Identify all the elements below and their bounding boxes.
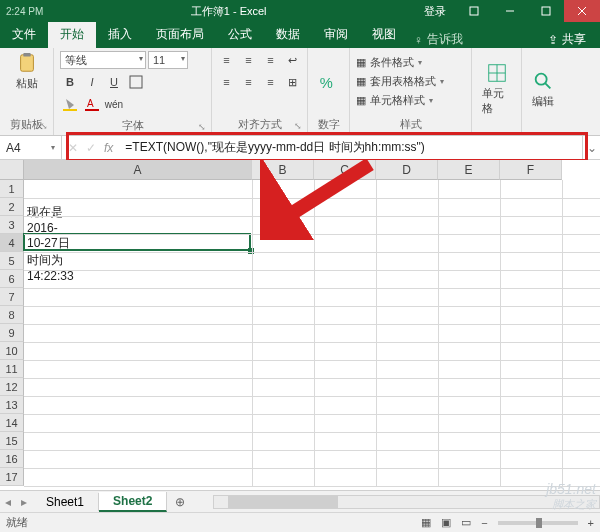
maximize-icon[interactable] bbox=[528, 0, 564, 22]
formula-input[interactable]: =TEXT(NOW(),"现在是yyyy-mm-dd日 时间为hh:mm:ss"… bbox=[119, 136, 582, 159]
wrap-text-button[interactable]: ↩ bbox=[283, 50, 303, 70]
select-all-corner[interactable] bbox=[0, 160, 24, 180]
column-header[interactable]: D bbox=[376, 160, 438, 180]
scrollbar-thumb[interactable] bbox=[228, 496, 338, 508]
tab-view[interactable]: 视图 bbox=[360, 22, 408, 48]
row-header[interactable]: 8 bbox=[0, 306, 24, 324]
row-header[interactable]: 1 bbox=[0, 180, 24, 198]
row-header[interactable]: 16 bbox=[0, 450, 24, 468]
row-header[interactable]: 17 bbox=[0, 468, 24, 486]
row-header[interactable]: 4 bbox=[0, 234, 24, 252]
row-header[interactable]: 3 bbox=[0, 216, 24, 234]
share-button[interactable]: ⇪ 共享 bbox=[534, 31, 600, 48]
chevron-down-icon: ▾ bbox=[139, 54, 143, 63]
tab-home[interactable]: 开始 bbox=[48, 22, 96, 48]
spreadsheet-grid[interactable]: ABCDEF 1234567891011121314151617 现在是2016… bbox=[0, 160, 600, 490]
cell-styles-label: 单元格样式 bbox=[370, 93, 425, 108]
column-header[interactable]: F bbox=[500, 160, 562, 180]
font-size-dropdown[interactable]: 11▾ bbox=[148, 51, 188, 69]
row-header[interactable]: 6 bbox=[0, 270, 24, 288]
expand-formula-bar-icon[interactable]: ⌄ bbox=[582, 136, 600, 159]
table-format-button[interactable]: ▦套用表格格式▾ bbox=[356, 73, 444, 91]
merge-button[interactable]: ⊞ bbox=[283, 72, 303, 92]
font-name-dropdown[interactable]: 等线▾ bbox=[60, 51, 146, 69]
tab-review[interactable]: 审阅 bbox=[312, 22, 360, 48]
accept-formula-icon[interactable]: ✓ bbox=[86, 141, 96, 155]
tab-file[interactable]: 文件 bbox=[0, 22, 48, 48]
horizontal-scrollbar[interactable] bbox=[213, 495, 600, 509]
ribbon-options-icon[interactable] bbox=[456, 0, 492, 22]
row-header[interactable]: 10 bbox=[0, 342, 24, 360]
row-header[interactable]: 5 bbox=[0, 252, 24, 270]
dialog-launcher-icon[interactable]: ⤡ bbox=[292, 121, 304, 133]
dialog-launcher-icon[interactable]: ⤡ bbox=[38, 121, 50, 133]
row-header[interactable]: 9 bbox=[0, 324, 24, 342]
align-center-button[interactable]: ≡ bbox=[239, 72, 259, 92]
zoom-slider[interactable] bbox=[498, 521, 578, 525]
column-header[interactable]: A bbox=[24, 160, 252, 180]
underline-button[interactable]: U bbox=[104, 72, 124, 92]
fill-handle[interactable] bbox=[248, 248, 254, 254]
row-header[interactable]: 7 bbox=[0, 288, 24, 306]
paste-button[interactable]: 粘贴 bbox=[12, 50, 42, 93]
row-header[interactable]: 15 bbox=[0, 432, 24, 450]
view-layout-icon[interactable]: ▣ bbox=[441, 516, 451, 529]
italic-button[interactable]: I bbox=[82, 72, 102, 92]
formula-text: =TEXT(NOW(),"现在是yyyy-mm-dd日 时间为hh:mm:ss"… bbox=[125, 139, 425, 156]
name-box[interactable]: A4 ▾ bbox=[0, 136, 62, 159]
sheet-tab-bar: ◂ ▸ Sheet1 Sheet2 ⊕ bbox=[0, 490, 600, 512]
row-header[interactable]: 2 bbox=[0, 198, 24, 216]
group-align-label: 对齐方式 bbox=[238, 118, 282, 130]
tab-formulas[interactable]: 公式 bbox=[216, 22, 264, 48]
view-normal-icon[interactable]: ▦ bbox=[421, 516, 431, 529]
cells-button[interactable]: 单元格 bbox=[478, 60, 515, 118]
editing-label: 编辑 bbox=[532, 94, 554, 109]
font-color-button[interactable]: A bbox=[82, 94, 102, 114]
status-bar: 就绪 ▦ ▣ ▭ − + bbox=[0, 512, 600, 532]
font-size-value: 11 bbox=[153, 54, 165, 66]
row-header[interactable]: 13 bbox=[0, 396, 24, 414]
sheet-tab[interactable]: Sheet2 bbox=[99, 492, 167, 512]
column-header[interactable]: C bbox=[314, 160, 376, 180]
number-format-button[interactable]: % bbox=[314, 69, 344, 95]
align-bottom-button[interactable]: ≡ bbox=[261, 50, 281, 70]
sheet-tab[interactable]: Sheet1 bbox=[32, 493, 99, 511]
zoom-in-icon[interactable]: + bbox=[588, 517, 594, 529]
border-button[interactable] bbox=[126, 72, 146, 92]
cancel-formula-icon[interactable]: ✕ bbox=[68, 141, 78, 155]
tab-insert[interactable]: 插入 bbox=[96, 22, 144, 48]
view-pagebreak-icon[interactable]: ▭ bbox=[461, 516, 471, 529]
sheet-nav-next-icon[interactable]: ▸ bbox=[16, 495, 32, 509]
fx-icon[interactable]: fx bbox=[104, 141, 113, 155]
svg-text:%: % bbox=[320, 74, 333, 90]
zoom-knob[interactable] bbox=[536, 518, 542, 528]
lightbulb-icon: ♀ bbox=[414, 33, 423, 47]
formula-bar: A4 ▾ ✕ ✓ fx =TEXT(NOW(),"现在是yyyy-mm-dd日 … bbox=[0, 136, 600, 160]
column-header[interactable]: B bbox=[252, 160, 314, 180]
dialog-launcher-icon[interactable]: ⤡ bbox=[196, 122, 208, 134]
minimize-icon[interactable] bbox=[492, 0, 528, 22]
cell-styles-button[interactable]: ▦单元格样式▾ bbox=[356, 92, 444, 110]
login-link[interactable]: 登录 bbox=[424, 4, 446, 19]
align-left-button[interactable]: ≡ bbox=[217, 72, 237, 92]
align-middle-button[interactable]: ≡ bbox=[239, 50, 259, 70]
row-header[interactable]: 11 bbox=[0, 360, 24, 378]
zoom-out-icon[interactable]: − bbox=[481, 517, 487, 529]
tab-layout[interactable]: 页面布局 bbox=[144, 22, 216, 48]
row-header[interactable]: 12 bbox=[0, 378, 24, 396]
close-icon[interactable] bbox=[564, 0, 600, 22]
align-right-button[interactable]: ≡ bbox=[261, 72, 281, 92]
svg-rect-2 bbox=[542, 7, 550, 15]
phonetic-button[interactable]: wén bbox=[104, 94, 124, 114]
row-header[interactable]: 14 bbox=[0, 414, 24, 432]
editing-button[interactable]: 编辑 bbox=[528, 68, 558, 111]
sheet-nav-prev-icon[interactable]: ◂ bbox=[0, 495, 16, 509]
tell-me[interactable]: ♀ 告诉我 bbox=[414, 31, 463, 48]
new-sheet-button[interactable]: ⊕ bbox=[167, 495, 193, 509]
conditional-format-button[interactable]: ▦条件格式▾ bbox=[356, 54, 444, 72]
tab-data[interactable]: 数据 bbox=[264, 22, 312, 48]
fill-color-button[interactable] bbox=[60, 94, 80, 114]
align-top-button[interactable]: ≡ bbox=[217, 50, 237, 70]
column-header[interactable]: E bbox=[438, 160, 500, 180]
bold-button[interactable]: B bbox=[60, 72, 80, 92]
